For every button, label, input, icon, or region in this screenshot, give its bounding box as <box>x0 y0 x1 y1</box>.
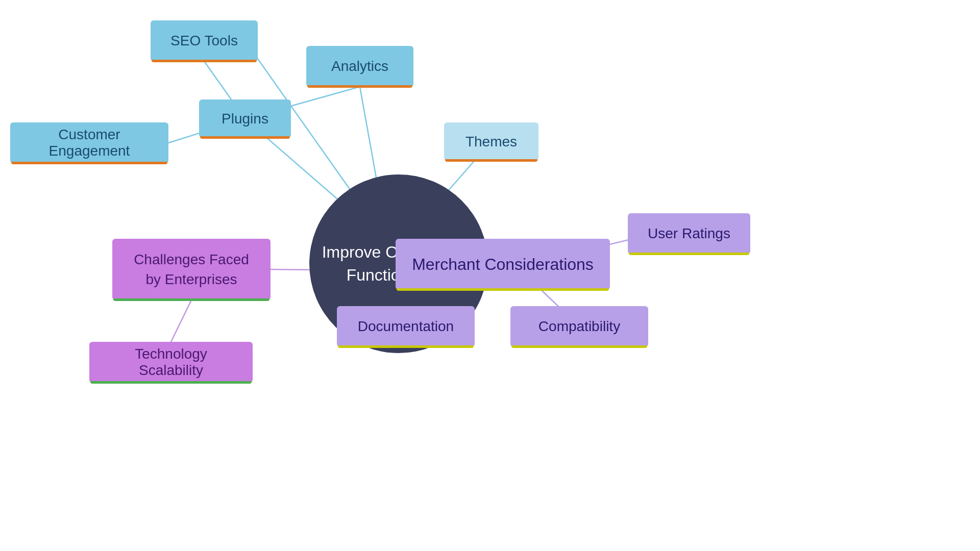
plugins-node[interactable]: Plugins <box>199 99 291 138</box>
user-ratings-label: User Ratings <box>648 226 730 242</box>
plugins-underline <box>200 136 290 139</box>
tech-scalability-label: Technology Scalability <box>102 346 240 379</box>
analytics-label: Analytics <box>331 58 388 74</box>
compatibility-underline <box>511 345 647 348</box>
tech-scalability-node[interactable]: Technology Scalability <box>89 342 253 383</box>
plugins-label: Plugins <box>222 111 268 127</box>
challenges-node[interactable]: Challenges Faced by Enterprises <box>112 239 271 300</box>
seo-tools-label: SEO Tools <box>170 33 238 49</box>
documentation-node[interactable]: Documentation <box>337 306 475 347</box>
customer-engagement-underline <box>11 162 167 164</box>
documentation-label: Documentation <box>358 318 454 335</box>
analytics-node[interactable]: Analytics <box>306 46 413 87</box>
analytics-underline <box>307 85 412 88</box>
challenges-underline <box>113 298 270 301</box>
merchant-label: Merchant Considerations <box>412 255 594 274</box>
merchant-underline <box>397 288 609 291</box>
tech-scalability-underline <box>90 381 252 384</box>
user-ratings-underline <box>629 253 749 255</box>
seo-tools-underline <box>152 60 257 62</box>
documentation-underline <box>338 345 474 348</box>
challenges-label: Challenges Faced by Enterprises <box>125 249 258 289</box>
compatibility-node[interactable]: Compatibility <box>510 306 648 347</box>
themes-underline <box>445 159 537 162</box>
compatibility-label: Compatibility <box>538 318 620 335</box>
merchant-node[interactable]: Merchant Considerations <box>396 239 610 290</box>
themes-label: Themes <box>465 134 517 150</box>
themes-node[interactable]: Themes <box>444 122 538 161</box>
user-ratings-node[interactable]: User Ratings <box>628 213 750 254</box>
customer-engagement-label: Customer Engagement <box>22 127 156 159</box>
svg-line-8 <box>171 300 191 342</box>
customer-engagement-node[interactable]: Customer Engagement <box>10 122 168 163</box>
seo-tools-node[interactable]: SEO Tools <box>151 20 258 61</box>
